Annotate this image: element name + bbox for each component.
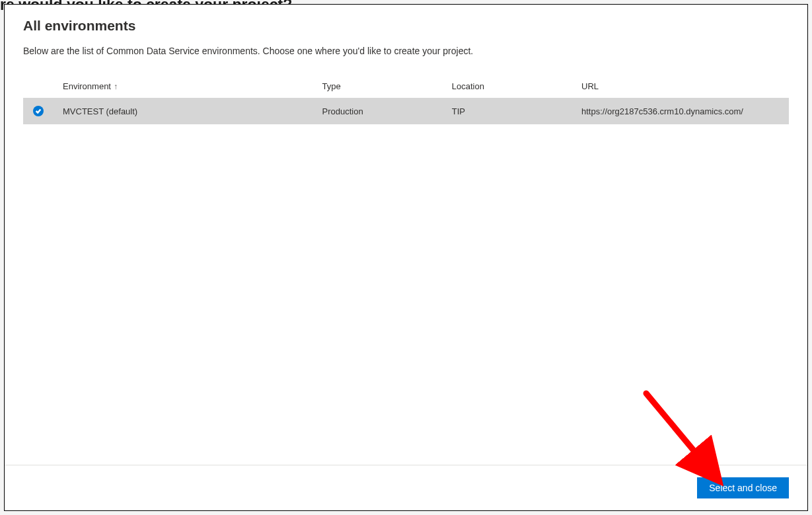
environments-dialog: All environments Below are the list of C… <box>4 4 808 511</box>
column-header-environment[interactable]: Environment ↑ <box>63 81 322 91</box>
column-header-location-label: Location <box>452 81 484 91</box>
column-header-url-label: URL <box>581 81 599 91</box>
table-row[interactable]: MVCTEST (default) Production TIP https:/… <box>23 98 789 124</box>
column-header-type[interactable]: Type <box>322 81 452 91</box>
column-header-url[interactable]: URL <box>581 81 789 91</box>
sort-ascending-icon: ↑ <box>114 82 118 91</box>
dialog-body: All environments Below are the list of C… <box>5 5 807 465</box>
dialog-footer: Select and close <box>5 465 807 510</box>
cell-environment: MVCTEST (default) <box>63 106 322 116</box>
select-and-close-button[interactable]: Select and close <box>697 477 789 498</box>
row-selected-indicator[interactable] <box>30 106 63 116</box>
cell-url: https://org2187c536.crm10.dynamics.com/ <box>581 106 789 116</box>
column-header-location[interactable]: Location <box>452 81 581 91</box>
cell-location: TIP <box>452 106 581 116</box>
column-header-environment-label: Environment <box>63 81 111 91</box>
cell-type: Production <box>322 106 452 116</box>
dialog-title: All environments <box>23 18 789 34</box>
table-header-row: Environment ↑ Type Location URL <box>23 75 789 98</box>
checkmark-icon <box>33 106 44 116</box>
column-header-type-label: Type <box>322 81 341 91</box>
environments-table: Environment ↑ Type Location URL <box>23 75 789 124</box>
dialog-description: Below are the list of Common Data Servic… <box>23 46 789 56</box>
